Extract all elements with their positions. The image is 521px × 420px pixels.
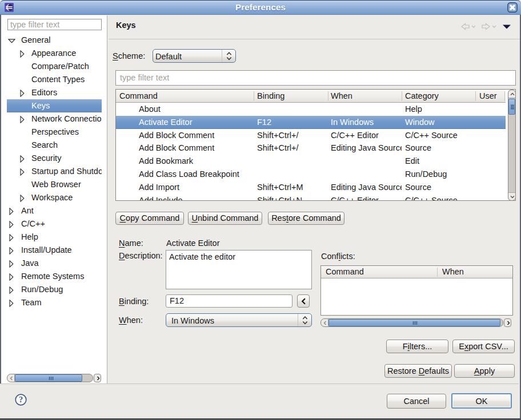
svg-text:?: ? [19, 395, 23, 404]
